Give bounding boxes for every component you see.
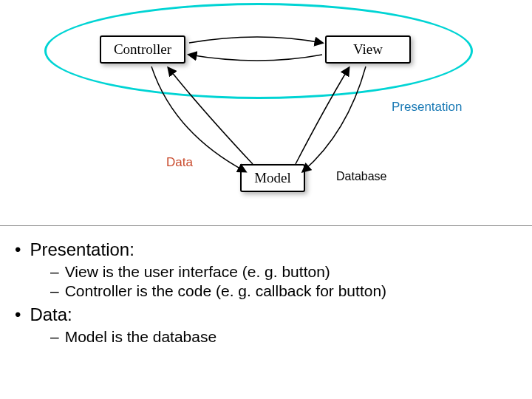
bullet-presentation: Presentation: (15, 239, 517, 260)
view-box: View (325, 35, 411, 64)
sub-controller: Controller is the code (e. g. callback f… (50, 282, 517, 300)
controller-box: Controller (100, 35, 185, 64)
model-label: Model (254, 170, 291, 186)
view-label: View (353, 41, 383, 58)
description-text: Presentation: View is the user interface… (0, 225, 532, 347)
data-label: Data (166, 155, 193, 170)
controller-label: Controller (114, 41, 171, 58)
sub-model: Model is the database (50, 328, 517, 346)
database-label: Database (336, 170, 387, 183)
mvc-diagram: Controller View Model Presentation Data … (0, 0, 532, 225)
presentation-label: Presentation (392, 100, 462, 115)
bullet-data: Data: (15, 304, 517, 325)
sub-view: View is the user interface (e. g. button… (50, 263, 517, 281)
model-box: Model (240, 164, 305, 192)
